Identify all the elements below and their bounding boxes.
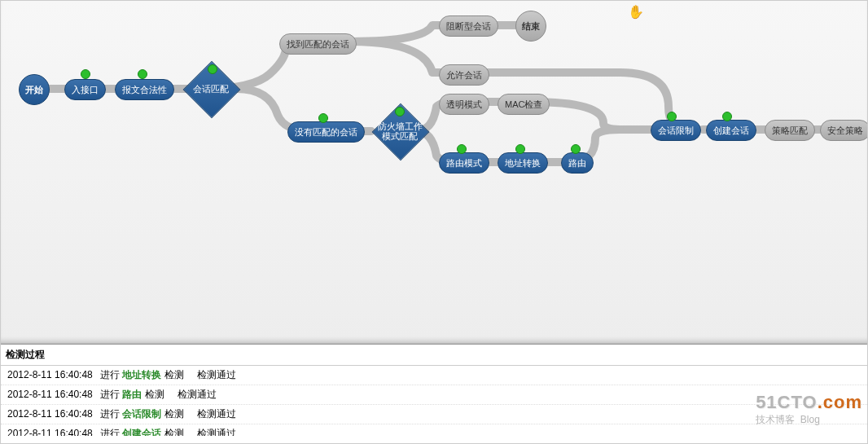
status-dot [81,69,90,79]
node-no-session[interactable]: 没有匹配的会话 [287,121,365,143]
label: 策略匹配 [772,125,808,135]
label: 入接口 [72,85,99,95]
node-nat[interactable]: 地址转换 [498,152,548,174]
node-in-interface[interactable]: 入接口 [64,79,106,100]
status-dot [395,107,405,116]
node-policy-match[interactable]: 策略匹配 [765,120,815,141]
label: 允许会话 [446,70,482,80]
label: 路由 [568,158,586,168]
label: MAC检查 [505,99,542,109]
status-dot [318,113,328,123]
label: 结束 [522,21,540,31]
label: 路由模式 [446,158,482,168]
node-transparent-mode[interactable]: 透明模式 [439,94,489,115]
node-start[interactable]: 开始 [19,74,50,105]
status-dot [138,69,147,79]
status-dot [457,144,467,154]
log-panel: 检测过程 2012-8-11 16:40:48 进行 地址转换 检测检测通过20… [1,344,867,436]
node-security-policy[interactable]: 安全策略 [820,120,868,141]
node-create-session[interactable]: 创建会话 [706,120,756,141]
watermark: 51CTO.com 技术博客 Blog [756,392,862,427]
status-dot [515,144,525,154]
node-route[interactable]: 路由 [561,152,594,174]
label: 地址转换 [505,158,541,168]
node-route-mode[interactable]: 路由模式 [439,152,489,174]
label: 创建会话 [713,125,749,135]
flow-canvas: 开始 入接口 报文合法性 会话匹配 找到匹配的会话 阻断型会话 结束 允许会话 … [1,1,867,344]
node-found-session[interactable]: 找到匹配的会话 [279,33,357,55]
log-row: 2012-8-11 16:40:48 进行 会话限制 检测检测通过 [1,405,867,424]
node-block-session[interactable]: 阻断型会话 [439,15,498,37]
label: 报文合法性 [122,85,167,95]
connectors-svg [1,1,868,343]
status-dot [722,112,732,121]
label: 透明模式 [446,99,482,109]
log-body[interactable]: 2012-8-11 16:40:48 进行 地址转换 检测检测通过2012-8-… [1,365,867,436]
log-row: 2012-8-11 16:40:48 进行 创建会话 检测检测通过 [1,424,867,436]
status-dot [571,144,581,154]
log-title: 检测过程 [1,345,867,365]
label: 安全策略 [827,125,863,135]
log-row: 2012-8-11 16:40:48 进行 地址转换 检测检测通过 [1,366,867,385]
node-permit-session[interactable]: 允许会话 [439,64,489,86]
node-end[interactable]: 结束 [515,11,546,42]
node-session-limit[interactable]: 会话限制 [651,120,701,141]
label: 没有匹配的会话 [295,127,357,137]
node-packet-validity[interactable]: 报文合法性 [115,79,174,100]
label: 会话限制 [658,125,694,135]
node-mac-check[interactable]: MAC检查 [498,94,550,115]
status-dot [667,112,677,121]
status-dot [208,64,217,74]
log-row: 2012-8-11 16:40:48 进行 路由 检测检测通过 [1,385,867,405]
label: 找到匹配的会话 [287,39,349,49]
label: 开始 [25,85,43,95]
label: 阻断型会话 [446,21,491,31]
